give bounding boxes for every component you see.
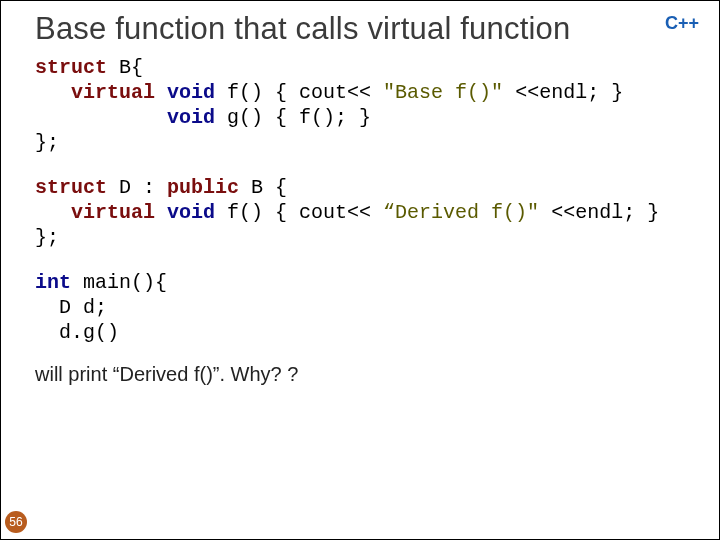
code-text — [155, 201, 167, 224]
code-text: }; — [35, 226, 59, 249]
code-indent — [35, 106, 167, 129]
code-text: g() { f(); } — [215, 106, 371, 129]
code-block-2: struct D : public B { virtual void f() {… — [35, 175, 699, 250]
keyword-struct: struct — [35, 176, 107, 199]
keyword-struct: struct — [35, 56, 107, 79]
code-text — [155, 81, 167, 104]
code-text: B { — [239, 176, 287, 199]
code-text: <<endl; } — [539, 201, 659, 224]
spacer — [35, 250, 699, 270]
language-badge: C++ — [665, 13, 699, 34]
code-block-3: int main(){ D d; d.g() — [35, 270, 699, 345]
code-text: }; — [35, 131, 59, 154]
keyword-public: public — [167, 176, 239, 199]
code-text: d.g() — [35, 321, 119, 344]
keyword-void: void — [167, 106, 215, 129]
page-title: Base function that calls virtual functio… — [35, 11, 571, 47]
spacer — [35, 155, 699, 175]
code-text: D d; — [35, 296, 107, 319]
code-text: <<endl; } — [503, 81, 623, 104]
keyword-int: int — [35, 271, 71, 294]
caption-text: will print “Derived f()”. Why? ? — [35, 363, 699, 386]
keyword-void: void — [167, 81, 215, 104]
code-text: f() { cout<< — [215, 81, 383, 104]
slide: Base function that calls virtual functio… — [0, 0, 720, 540]
keyword-void: void — [167, 201, 215, 224]
page-number-badge: 56 — [5, 511, 27, 533]
keyword-virtual: virtual — [71, 201, 155, 224]
code-text: D : — [107, 176, 167, 199]
string-literal: “Derived f()" — [383, 201, 539, 224]
header: Base function that calls virtual functio… — [35, 11, 699, 55]
string-literal: "Base f()" — [383, 81, 503, 104]
code-text: B{ — [107, 56, 143, 79]
keyword-virtual: virtual — [71, 81, 155, 104]
code-block-1: struct B{ virtual void f() { cout<< "Bas… — [35, 55, 699, 155]
code-indent — [35, 81, 71, 104]
code-text: main(){ — [71, 271, 167, 294]
code-text: f() { cout<< — [215, 201, 383, 224]
code-indent — [35, 201, 71, 224]
